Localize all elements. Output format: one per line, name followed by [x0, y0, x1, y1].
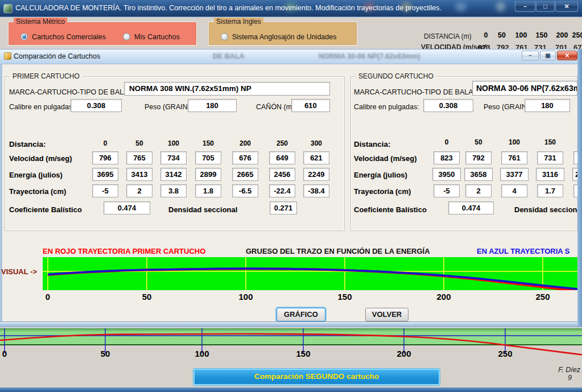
radio-anglosajon-label[interactable]: Sistema Anglosajón de Unidades — [232, 33, 336, 41]
sistema-ingles-title: Sistema Ingles — [214, 18, 263, 26]
ene-cell[interactable]: 3116 — [536, 168, 564, 181]
coef-balistico-value-1[interactable]: 0.474 — [104, 201, 150, 214]
legend-black: GRUESO DEL TRAZO EN FUNCIÓN DE LA ENERGÍ… — [246, 247, 430, 255]
tra-cell[interactable]: -22.4 — [269, 184, 295, 197]
dialog-minimize-button[interactable]: – — [522, 51, 539, 60]
velocidad-label-2: Velocidad (m/seg) — [354, 154, 417, 163]
segundo-cartucho-title: SEGUNDO CARTUCHO — [356, 72, 436, 80]
marca-label-2: MARCA-CARTUCHO-TIPO DE BALA — [354, 88, 473, 96]
chart-xtick: 0 — [42, 292, 53, 302]
radio-cartuchos-comerciales-label[interactable]: Cartuchos Comerciales — [32, 33, 106, 41]
ene-cell[interactable]: 3413 — [126, 168, 152, 181]
dialog-restore-button[interactable]: ▣ — [540, 51, 556, 60]
tra-cell[interactable]: 3.8 — [160, 184, 187, 197]
comparacion-segundo-button[interactable]: Comparación SEGUNDO cartucho — [193, 369, 440, 385]
ene-cell[interactable]: 3950 — [432, 168, 461, 181]
velocity-partial-row: VELOCIDAD (m/seg) 823 792 761 731 701 67… — [421, 43, 582, 49]
vel-cell[interactable]: 761 — [501, 151, 527, 164]
distance-value: 50 — [494, 31, 510, 39]
vel-cell[interactable]: 676 — [232, 151, 258, 164]
trajectory-chart-svg — [43, 257, 577, 290]
main-close-button[interactable]: ✕ — [555, 1, 578, 12]
distance-row-label: DISTANCIA (m) — [424, 32, 472, 40]
vel-cell[interactable]: 731 — [537, 151, 563, 164]
ene-cell[interactable]: 2899 — [195, 168, 221, 181]
calibre-label-1: Calibre en pulgadas: — [9, 103, 75, 111]
main-window-bottom-border — [0, 387, 582, 392]
dialog-right-border — [577, 49, 582, 327]
ene-cell[interactable]: 3377 — [500, 168, 529, 181]
vel-cell[interactable]: 734 — [160, 151, 187, 164]
coef-balistico-value-2[interactable]: 0.474 — [448, 201, 494, 214]
tra-cell[interactable]: 2 — [465, 184, 492, 197]
radio-mis-cartuchos-label[interactable]: Mis Cartuchos — [134, 33, 180, 41]
ene-cell[interactable]: 3142 — [160, 168, 187, 181]
tra-cell[interactable]: -5 — [92, 184, 118, 197]
vel-cell[interactable]: 823 — [434, 151, 460, 164]
grafico-button[interactable]: GRÁFICO — [276, 308, 325, 321]
velocity-partial-value: 731 — [534, 43, 547, 49]
dist-header: 150 — [537, 138, 563, 146]
main-minimize-button[interactable]: – — [515, 1, 535, 12]
tra-cell[interactable]: -5 — [434, 184, 460, 197]
tra-cell[interactable]: -38.4 — [303, 184, 329, 197]
distancia-label-2: Distancia: — [354, 140, 391, 148]
screen: CALCULADORA DE MONTERÍA. Tiro instintivo… — [0, 0, 582, 392]
calibre-input-2[interactable]: 0.308 — [423, 99, 473, 112]
dist-header: 100 — [501, 138, 527, 146]
calibre-input-1[interactable]: 0.308 — [71, 99, 122, 112]
velocity-partial-value: 823 — [478, 43, 490, 49]
velocity-partial-value: 761 — [515, 43, 528, 49]
radio-mis-cartuchos[interactable] — [123, 33, 130, 40]
vel-cell[interactable]: 792 — [465, 151, 492, 164]
ene-cell[interactable]: 3695 — [92, 168, 118, 181]
trayectoria-label-1: Trayectoria (cm) — [9, 187, 66, 196]
dist-header: 250 — [269, 139, 295, 147]
peso-input-1[interactable]: 180 — [188, 99, 237, 112]
vel-cell[interactable]: 796 — [92, 151, 118, 164]
vel-cell[interactable]: 705 — [195, 151, 221, 164]
vel-cell[interactable]: 621 — [303, 151, 329, 164]
trajectory-chart — [43, 257, 577, 290]
credit-author: F. Díez — [523, 366, 580, 374]
volver-button[interactable]: VOLVER — [365, 308, 408, 321]
chart-xtick: 200 — [434, 292, 454, 302]
bg-chart-xtick: 200 — [394, 349, 414, 358]
dialog-bottom-border — [0, 321, 582, 327]
legend-red: EN ROJO TRAYECTORIA PRIMER CARTUCHO — [43, 247, 205, 255]
main-maximize-button[interactable]: □ — [536, 1, 555, 12]
vel-cell[interactable]: 765 — [126, 151, 152, 164]
tra-cell[interactable]: 1.8 — [195, 184, 221, 197]
ene-cell[interactable]: 2249 — [303, 168, 329, 181]
dialog-icon — [4, 52, 11, 60]
radio-cartuchos-comerciales[interactable] — [20, 33, 28, 40]
tra-cell[interactable]: -6.5 — [232, 184, 258, 197]
marca-input-1[interactable]: NORMA 308 WIN.(7.62x51mm) NP — [124, 82, 330, 96]
dist-header: 0 — [92, 139, 118, 147]
energia-label-2: Energía (julios) — [354, 171, 407, 179]
vel-cell[interactable]: 649 — [269, 151, 295, 164]
ene-cell[interactable]: 3658 — [464, 168, 493, 181]
tra-cell[interactable]: 1.7 — [537, 184, 563, 197]
velocity-partial-value: 672 — [573, 43, 582, 49]
marca-input-2[interactable]: NORMA 30-06 NP(7.62x63mm) — [472, 81, 577, 96]
distance-value: 100 — [512, 31, 530, 39]
credit-number: 9 — [512, 374, 572, 382]
tra-cell[interactable]: 2 — [126, 184, 152, 197]
peso-input-2[interactable]: 180 — [525, 99, 570, 112]
coef-balistico-label-1: Coeficiente Balístico — [9, 205, 82, 214]
velocidad-label-1: Velocidad (m/seg) — [9, 154, 72, 163]
radio-anglosajon[interactable] — [221, 33, 228, 40]
dialog-title: Comparación de Cartuchos — [14, 52, 100, 60]
velocity-partial-value: 792 — [497, 43, 509, 49]
tra-cell[interactable]: 4 — [501, 184, 527, 197]
bg-chart-xtick: 0 — [0, 349, 10, 358]
ene-cell[interactable]: 2456 — [269, 168, 295, 181]
densidad-value-1[interactable]: 0.271 — [270, 201, 297, 214]
bg-chart-xtick: 50 — [97, 349, 114, 358]
legend-blue: EN AZUL TRAYECTORIA S — [477, 247, 569, 255]
dialog-close-button[interactable]: ✕ — [557, 51, 577, 60]
dist-header: 150 — [195, 139, 221, 147]
canon-input-1[interactable]: 610 — [291, 99, 330, 112]
ene-cell[interactable]: 2665 — [232, 168, 258, 181]
